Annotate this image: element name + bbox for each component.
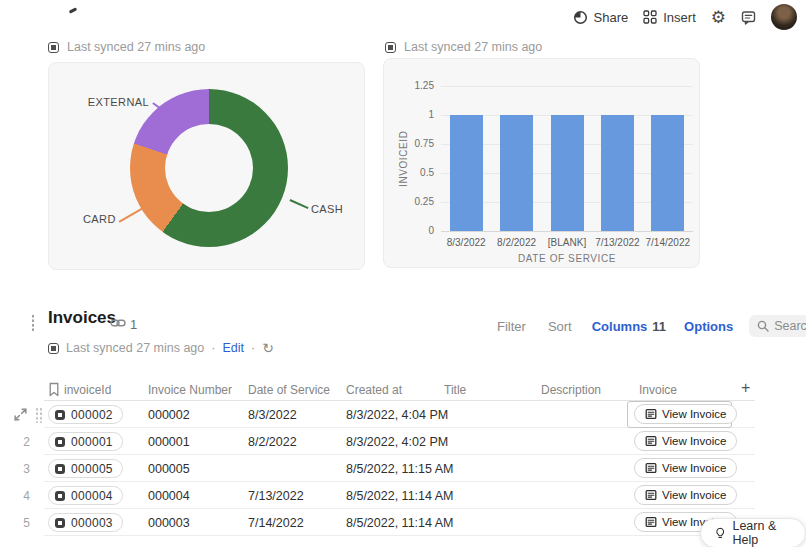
- view-invoice-button[interactable]: View Invoice: [634, 485, 737, 505]
- x-tick-label: [BLANK]: [542, 237, 592, 248]
- bar[interactable]: [551, 115, 584, 231]
- gear-icon: ⚙: [711, 9, 726, 26]
- bookmark-icon: [48, 382, 60, 397]
- external-slice-label: EXTERNAL: [69, 96, 149, 108]
- table-sync-status: Last synced 27 mins ago · Edit · ↻: [48, 341, 274, 355]
- cell-invoice-number[interactable]: 000004: [148, 489, 190, 503]
- cell-invoice-number[interactable]: 000001: [148, 435, 190, 449]
- cell-invoice-number[interactable]: 000005: [148, 462, 190, 476]
- section-drag-handle-icon[interactable]: [31, 314, 35, 331]
- y-tick-label: 0.75: [384, 138, 434, 149]
- table-row[interactable]: 0000020000028/3/20228/3/2022, 4:04 PMVie…: [0, 401, 806, 428]
- bar-sync-label: Last synced 27 mins ago: [404, 40, 542, 54]
- record-icon: [55, 491, 65, 501]
- y-tick-label: 1.25: [384, 80, 434, 91]
- column-header-created-at[interactable]: Created at: [346, 383, 402, 397]
- view-invoice-button[interactable]: View Invoice: [634, 404, 737, 424]
- columns-count-badge: 11: [652, 319, 666, 334]
- invoice-id-chip[interactable]: 000004: [48, 486, 123, 505]
- record-icon: [55, 518, 65, 528]
- view-invoice-label: View Invoice: [662, 408, 726, 420]
- table-body: 0000020000028/3/20228/3/2022, 4:04 PMVie…: [0, 401, 806, 536]
- synced-source-icon: [385, 42, 396, 53]
- x-tick-label: 7/13/2022: [592, 237, 642, 248]
- bar-plot[interactable]: [441, 86, 693, 231]
- record-icon: [55, 464, 65, 474]
- bar[interactable]: [450, 115, 483, 231]
- cell-created-at[interactable]: 8/5/2022, 11:14 AM: [346, 489, 454, 503]
- cell-date-of-service[interactable]: 8/3/2022: [248, 408, 297, 422]
- cell-created-at[interactable]: 8/3/2022, 4:04 PM: [346, 408, 448, 422]
- settings-button[interactable]: ⚙: [711, 9, 726, 26]
- gridline: [441, 86, 693, 87]
- synced-source-icon: [48, 343, 59, 354]
- bar[interactable]: [651, 115, 684, 231]
- row-divider: [44, 535, 755, 536]
- bar[interactable]: [601, 115, 634, 231]
- cell-created-at[interactable]: 8/5/2022, 11:14 AM: [346, 516, 454, 530]
- share-label: Share: [594, 10, 629, 25]
- cell-created-at[interactable]: 8/3/2022, 4:02 PM: [346, 435, 448, 449]
- record-expand-button[interactable]: [13, 407, 28, 426]
- feedback-button[interactable]: [741, 10, 756, 25]
- row-number: 5: [8, 516, 30, 530]
- cell-invoice-number[interactable]: 000002: [148, 408, 190, 422]
- add-column-button[interactable]: +: [741, 379, 750, 397]
- filter-button[interactable]: Filter: [497, 319, 526, 334]
- table-row[interactable]: 30000050000058/5/2022, 11:15 AMView Invo…: [0, 455, 806, 482]
- row-number: 4: [8, 489, 30, 503]
- sort-button[interactable]: Sort: [548, 319, 572, 334]
- invoice-id-chip[interactable]: 000003: [48, 513, 123, 532]
- edit-link[interactable]: Edit: [222, 341, 244, 355]
- column-header-description[interactable]: Description: [541, 383, 601, 397]
- donut-chart[interactable]: [130, 89, 288, 247]
- insert-label: Insert: [663, 10, 696, 25]
- x-tick-label: 8/2/2022: [491, 237, 541, 248]
- bar-sync-status: Last synced 27 mins ago: [385, 40, 542, 54]
- linked-records-count: 1: [130, 317, 137, 332]
- invoice-id-chip[interactable]: 000005: [48, 459, 123, 478]
- pie-sync-status: Last synced 27 mins ago: [48, 40, 205, 54]
- view-invoice-button[interactable]: View Invoice: [634, 458, 737, 478]
- view-invoice-button[interactable]: View Invoice: [634, 431, 737, 451]
- y-axis-title: INVOICEID: [398, 109, 409, 209]
- column-header-title[interactable]: Title: [444, 383, 466, 397]
- table-toolbar: Filter Sort Columns11 Options Search: [497, 314, 806, 338]
- column-header-date-of-service[interactable]: Date of Service: [248, 383, 330, 397]
- card-slice-label: CARD: [83, 213, 123, 225]
- section-title: Invoices: [48, 308, 116, 328]
- dashboard-page: Share Insert ⚙ Last synced 27 mins ago: [0, 0, 806, 547]
- invoice-id-chip[interactable]: 000001: [48, 432, 123, 451]
- comment-icon: [741, 10, 756, 25]
- cell-date-of-service[interactable]: 7/13/2022: [248, 489, 304, 503]
- record-icon: [55, 410, 65, 420]
- cash-callout-line: [290, 199, 309, 209]
- drag-handle-icon[interactable]: [35, 407, 43, 423]
- row-number: 3: [8, 462, 30, 476]
- y-tick-label: 0.25: [384, 196, 434, 207]
- cell-date-of-service[interactable]: 7/14/2022: [248, 516, 304, 530]
- insert-button[interactable]: Insert: [643, 10, 696, 25]
- view-invoice-label: View Invoice: [662, 462, 726, 474]
- table-row[interactable]: 20000010000018/2/20228/3/2022, 4:02 PMVi…: [0, 428, 806, 455]
- options-button[interactable]: Options: [684, 319, 733, 334]
- share-icon: [573, 10, 588, 25]
- column-header-invoiceid[interactable]: invoiceId: [64, 383, 111, 397]
- cell-invoice-number[interactable]: 000003: [148, 516, 190, 530]
- table-row[interactable]: 50000030000037/14/20228/5/2022, 11:14 AM…: [0, 509, 806, 536]
- search-input[interactable]: Search: [749, 315, 806, 337]
- columns-button[interactable]: Columns11: [592, 319, 666, 334]
- share-button[interactable]: Share: [573, 10, 629, 25]
- bar[interactable]: [500, 115, 533, 231]
- view-invoice-label: View Invoice: [662, 435, 726, 447]
- cell-created-at[interactable]: 8/5/2022, 11:15 AM: [346, 462, 454, 476]
- view-invoice-label: View Invoice: [662, 489, 726, 501]
- table-row[interactable]: 40000040000047/13/20228/5/2022, 11:14 AM…: [0, 482, 806, 509]
- refresh-icon[interactable]: ↻: [262, 341, 274, 355]
- column-header-invoice[interactable]: Invoice: [639, 383, 677, 397]
- avatar[interactable]: [771, 4, 797, 30]
- learn-help-button[interactable]: Learn & Help: [700, 518, 806, 547]
- cell-date-of-service[interactable]: 8/2/2022: [248, 435, 297, 449]
- column-header-invoice-number[interactable]: Invoice Number: [148, 383, 232, 397]
- invoice-id-chip[interactable]: 000002: [48, 405, 123, 424]
